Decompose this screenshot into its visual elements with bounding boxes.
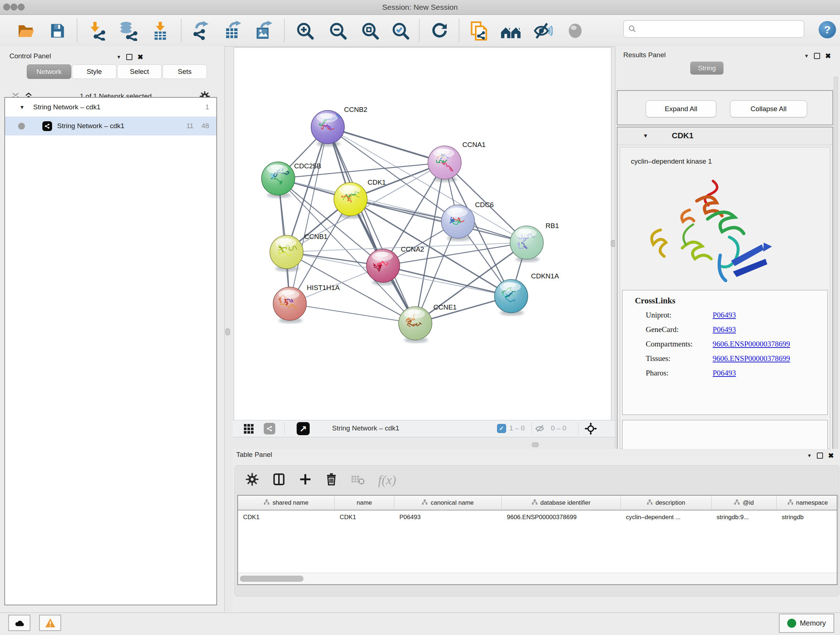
left-splitter-handle[interactable] [225, 328, 230, 335]
delete-column-button[interactable] [325, 472, 338, 488]
panel-float-icon[interactable]: ▼ [117, 54, 121, 60]
function-builder-button[interactable]: f(x) [378, 472, 396, 488]
crosslink-link[interactable]: 9606.ENSP00000378699 [713, 354, 790, 363]
show-hidden-button[interactable] [565, 21, 585, 41]
panel-close-icon[interactable]: ✖ [828, 452, 834, 459]
tab-style[interactable]: Style [72, 65, 117, 79]
table-cell[interactable]: cyclin–dependent ... [621, 510, 712, 524]
network-edge-CCNA2-CDKN1A[interactable] [383, 266, 511, 296]
network-edge-CCNB2-CCNE1[interactable] [328, 127, 415, 323]
import-network-from-database-button[interactable] [118, 21, 138, 41]
column-header-canonical-name[interactable]: canonical name [394, 496, 502, 510]
zoom-fit-button[interactable] [360, 21, 380, 41]
crosslink-label: Compartments: [646, 340, 713, 348]
open-folder-icon [16, 21, 35, 40]
expand-all-button[interactable]: Expand All [646, 100, 716, 117]
crosslink-link[interactable]: 9606.ENSP00000378699 [713, 340, 790, 348]
collapse-all-button[interactable]: Collapse All [730, 100, 807, 117]
network-overview-button[interactable] [264, 423, 275, 434]
table-cell[interactable]: P06493 [394, 510, 502, 524]
tab-select[interactable]: Select [117, 65, 162, 79]
column-header-shared-name[interactable]: shared name [238, 496, 335, 510]
network-edge-HIST1H1A-CCNE1[interactable] [290, 304, 415, 323]
network-collection-row[interactable]: ▼ String Network – cdk1 1 [5, 98, 216, 117]
column-header-database-identifier[interactable]: database identifier [502, 496, 621, 510]
cdk1-section: ▼ CDK1 cyclin–dependent kinase 1 [617, 127, 833, 451]
crosslink-link[interactable]: P06493 [713, 310, 736, 320]
crosslink-link[interactable]: P06493 [713, 369, 736, 378]
panel-float-icon[interactable]: ▼ [804, 53, 809, 59]
table-cell[interactable]: stringdb:9... [712, 510, 777, 524]
import-table-button[interactable] [150, 21, 171, 41]
table-cell[interactable]: stringdb [777, 510, 839, 524]
panel-maximize-icon[interactable] [817, 453, 823, 459]
delete-table-button[interactable] [351, 473, 366, 487]
column-header-description[interactable]: description [621, 496, 712, 510]
export-network-button[interactable] [190, 21, 210, 41]
tab-string[interactable]: String [690, 62, 723, 74]
selected-checkbox[interactable]: ✓ [497, 424, 506, 433]
column-type-icon [422, 499, 428, 507]
create-column-button[interactable] [298, 472, 312, 488]
import-network-button[interactable] [87, 21, 107, 41]
results-scrollbar[interactable] [834, 77, 838, 450]
table-row[interactable]: CDK1CDK1P064939606.ENSP00000378699cyclin… [238, 510, 837, 524]
export-table-button[interactable] [223, 21, 243, 41]
table-settings-gear-button[interactable] [245, 472, 259, 488]
scrollbar-thumb[interactable] [240, 576, 303, 582]
fit-content-button[interactable] [584, 422, 597, 437]
network-edge-CDK1-RB1[interactable] [351, 199, 527, 242]
zoom-in-button[interactable] [295, 21, 315, 41]
network-view-canvas[interactable]: CCNB2CCNA1CDC25BCDK1CDC6RB1CCNB1CCNA2CDK… [234, 48, 611, 421]
toolbar-divider [459, 19, 459, 42]
zoom-fit-icon [361, 21, 379, 40]
export-image-button[interactable] [253, 21, 273, 41]
node-label-CCNA2: CCNA2 [401, 245, 424, 253]
search-field[interactable] [623, 20, 804, 38]
show-all-networks-button[interactable] [501, 21, 521, 41]
tab-network[interactable]: Network [27, 65, 71, 79]
status-bar: Memory [0, 613, 840, 635]
zoom-out-button[interactable] [328, 21, 348, 41]
table-panel: Table Panel ▼ ✖ [233, 449, 840, 612]
column-header-name[interactable]: name [335, 496, 394, 510]
node-label-CCNB2: CCNB2 [344, 106, 367, 113]
table-horizontal-scrollbar[interactable] [238, 573, 837, 584]
table-cell[interactable]: CDK1 [335, 510, 394, 524]
cloud-status-button[interactable] [8, 615, 30, 631]
column-header-namespace[interactable]: namespace [777, 496, 839, 510]
show-column-button[interactable] [272, 472, 286, 488]
network-row[interactable]: String Network – cdk1 11 48 [5, 117, 216, 135]
crosslink-link[interactable]: P06493 [713, 325, 736, 334]
search-input[interactable] [640, 25, 799, 33]
section-expander-icon[interactable]: ▼ [643, 133, 648, 139]
hide-selected-button[interactable] [533, 21, 553, 41]
network-from-clipboard-button[interactable] [469, 21, 489, 41]
memory-button[interactable]: Memory [779, 614, 834, 633]
network-view-title: String Network – cdk1 [332, 424, 399, 432]
help-button[interactable]: ? [819, 21, 836, 38]
panel-close-icon[interactable]: ✖ [137, 54, 143, 60]
toolbar-divider [284, 19, 285, 42]
node-label-CCNA1: CCNA1 [462, 141, 485, 149]
zoom-selected-button[interactable] [390, 21, 411, 41]
open-in-new-window-button[interactable]: ↗ [297, 422, 309, 435]
open-session-button[interactable] [16, 21, 36, 41]
tab-sets[interactable]: Sets [163, 65, 207, 79]
node-table: shared namenamecanonical namedatabase id… [237, 495, 837, 585]
network-edge-CCNB2-CCNA1[interactable] [328, 127, 445, 163]
column-header--id[interactable]: @id [712, 496, 777, 510]
table-cell[interactable]: CDK1 [238, 510, 335, 524]
panel-maximize-icon[interactable] [126, 54, 133, 60]
bottom-splitter-handle[interactable] [532, 442, 538, 447]
birds-eye-view-button[interactable] [243, 424, 254, 435]
table-body: CDK1CDK1P064939606.ENSP00000378699cyclin… [238, 510, 837, 524]
collection-expander-icon[interactable]: ▼ [19, 104, 25, 110]
panel-float-icon[interactable]: ▼ [807, 453, 812, 458]
panel-close-icon[interactable]: ✖ [825, 52, 831, 59]
warnings-button[interactable] [39, 615, 61, 631]
panel-maximize-icon[interactable] [814, 53, 820, 59]
table-cell[interactable]: 9606.ENSP00000378699 [502, 510, 621, 524]
save-session-button[interactable] [47, 21, 67, 41]
refresh-button[interactable] [429, 21, 450, 41]
